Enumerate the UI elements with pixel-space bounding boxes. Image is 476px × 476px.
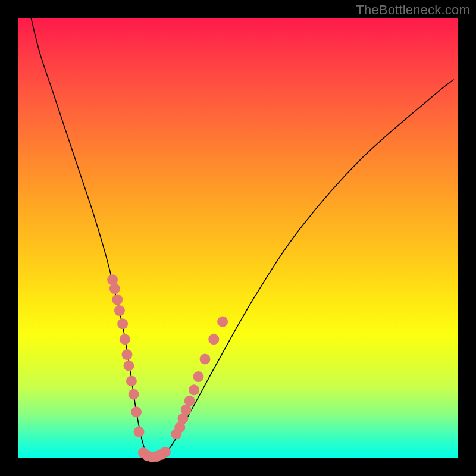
plot-area [18, 18, 458, 458]
chart-svg [18, 18, 458, 458]
marker-dot [193, 371, 203, 382]
marker-dot [217, 317, 228, 327]
marker-dot [122, 349, 133, 360]
marker-dot [134, 427, 145, 437]
marker-dot [129, 389, 139, 400]
marker-dot [200, 354, 211, 365]
marker-dot [184, 396, 195, 406]
chart-frame: TheBottleneck.com [0, 0, 476, 476]
marker-dot [109, 283, 120, 294]
marker-dot [131, 406, 142, 417]
marker-dot [114, 305, 125, 316]
marker-dot [189, 384, 199, 395]
watermark-text: TheBottleneck.com [356, 2, 470, 18]
marker-dot [117, 318, 128, 329]
marker-dot [123, 361, 134, 371]
marker-dot [160, 447, 171, 458]
marker-dot [112, 295, 123, 305]
marker-dot [126, 376, 137, 387]
marker-dot [120, 334, 130, 345]
marker-dot [208, 334, 219, 345]
bottleneck-curve-path [31, 18, 453, 460]
marker-points [107, 274, 228, 462]
bottleneck-curve [31, 18, 453, 460]
